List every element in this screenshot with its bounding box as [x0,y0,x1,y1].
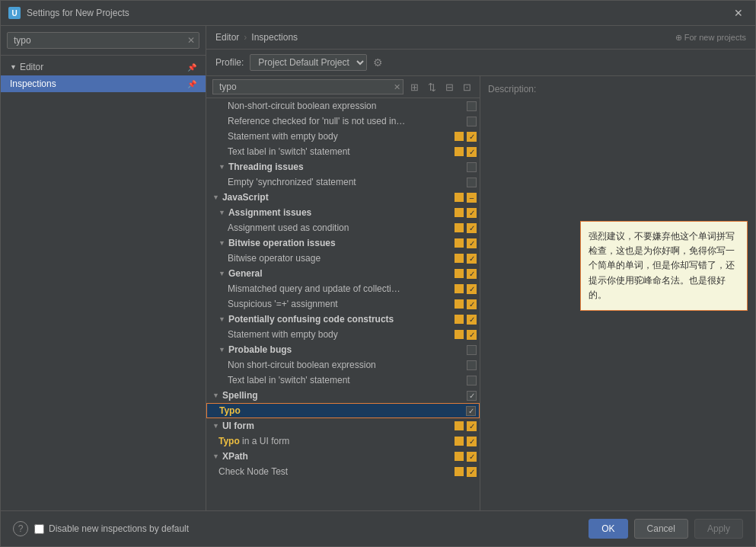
insp-color-box [455,299,464,309]
insp-label: Mismatched query and update of collecti… [228,283,455,294]
insp-checkbox[interactable] [467,452,477,462]
sidebar-inspections-pin: 📌 [187,80,196,88]
insp-checkbox[interactable] [467,284,477,294]
table-row[interactable]: Statement with empty body [206,327,480,342]
ok-button[interactable]: OK [589,519,627,539]
table-row[interactable]: ▼ UI form [206,418,480,433]
table-row[interactable]: Suspicious '=+' assignment [206,296,480,312]
group-arrow-icon: ▼ [219,209,225,216]
breadcrumb-editor: Editor [215,32,239,43]
table-row[interactable]: ▼ JavaScript [206,190,480,205]
insp-checkbox[interactable] [467,254,477,264]
sidebar-inspections-label: Inspections [10,78,56,89]
table-row[interactable]: Non-short-circuit boolean expression [206,98,480,114]
sidebar-item-inspections[interactable]: Inspections 📌 [1,75,206,92]
insp-group-label: Assignment issues [228,207,455,218]
insp-label: Reference checked for 'null' is not used… [228,116,467,126]
table-row[interactable]: Text label in 'switch' statement [206,373,480,388]
table-row[interactable]: Reference checked for 'null' is not used… [206,114,480,129]
footer-right: OK Cancel Apply [589,519,743,539]
sidebar-item-editor[interactable]: ▼ Editor 📌 [1,59,206,75]
insp-checkbox[interactable] [467,437,477,446]
table-row[interactable]: Statement with empty body [206,129,480,144]
insp-checkbox[interactable] [467,208,477,218]
inspection-list: ✕ ⊞ ⇅ ⊟ ⊡ Non-short-circuit boolean expr… [206,76,480,510]
table-row[interactable]: ▼ General [206,266,480,281]
close-button[interactable]: ✕ [729,5,748,21]
table-row[interactable]: Mismatched query and update of collecti… [206,281,480,296]
insp-label: Non-short-circuit boolean expression [228,101,467,111]
insp-color-box [455,132,464,141]
list-search-clear-icon[interactable]: ✕ [394,82,400,92]
table-row[interactable]: Empty 'synchronized' statement [206,174,480,190]
insp-checkbox[interactable] [466,406,476,416]
insp-checkbox[interactable] [467,299,477,309]
sort-button[interactable]: ⇅ [426,80,439,94]
table-row[interactable]: Non short-circuit boolean expression [206,357,480,373]
help-button[interactable]: ? [13,521,28,536]
profile-label: Profile: [215,57,244,68]
footer-left: ? Disable new inspections by default [13,521,189,536]
insp-checkbox[interactable] [467,162,477,172]
inspection-scroll[interactable]: Non-short-circuit boolean expression Ref… [206,98,480,510]
list-search-input[interactable] [212,79,404,94]
insp-label: Statement with empty body [228,131,455,142]
insp-color-box [455,238,464,248]
insp-color-box [455,223,464,232]
insp-checkbox[interactable] [467,467,477,477]
insp-checkbox[interactable] [467,376,477,385]
insp-color-box [455,208,464,217]
cancel-button[interactable]: Cancel [634,519,688,539]
insp-checkbox[interactable] [467,178,477,187]
app-icon: U [8,7,21,19]
table-row[interactable]: ▼ XPath [206,449,480,464]
group-arrow-icon: ▼ [219,315,225,323]
expand-button[interactable]: ⊡ [461,80,474,94]
disable-checkbox[interactable] [34,524,44,534]
filter-button[interactable]: ⊞ [408,80,421,94]
group-arrow-icon: ▼ [212,194,219,201]
table-row[interactable]: ▼ Bitwise operation issues [206,235,480,251]
table-row[interactable]: Assignment used as condition [206,220,480,235]
table-row[interactable]: Bitwise operator usage [206,251,480,266]
table-row[interactable]: ▼ Probable bugs [206,342,480,357]
sidebar-search-clear[interactable]: ✕ [187,35,195,46]
table-row[interactable]: ▼ Assignment issues [206,205,480,220]
apply-button[interactable]: Apply [694,519,743,539]
table-row[interactable]: Check Node Test [206,464,480,479]
table-row[interactable]: ▼ Spelling [206,388,480,403]
gear-button[interactable]: ⚙ [373,56,383,69]
collapse-button[interactable]: ⊟ [443,80,456,94]
insp-checkbox[interactable] [467,360,477,370]
insp-group-label: UI form [222,421,455,431]
table-row[interactable]: Text label in 'switch' statement [206,144,480,159]
sidebar-search-input[interactable] [7,32,199,49]
insp-checkbox[interactable] [467,391,477,401]
insp-checkbox[interactable] [467,193,477,203]
sidebar-search-box: ✕ [7,32,199,49]
profile-select[interactable]: Project Default Project [250,54,367,71]
table-row[interactable]: ▼ Potentially confusing code constructs [206,312,480,327]
insp-checkbox[interactable] [467,345,477,355]
insp-group-label: Potentially confusing code constructs [228,314,455,325]
insp-checkbox[interactable] [467,421,477,431]
insp-checkbox[interactable] [467,269,477,279]
table-row[interactable]: Typo in a UI form [206,433,480,449]
insp-color-box [455,421,464,430]
insp-label: Statement with empty body [228,329,455,340]
insp-checkbox[interactable] [467,238,477,248]
insp-checkbox[interactable] [467,330,477,340]
title-bar: U Settings for New Projects ✕ [1,1,755,26]
sidebar-editor-label: Editor [20,62,43,72]
list-search: ✕ [212,79,404,94]
tooltip-text: 强烈建议，不要嫌弃他这个单词拼写检查，这也是为你好啊，免得你写一个简单的单词，但… [589,231,735,300]
insp-checkbox[interactable] [467,315,477,325]
insp-checkbox[interactable] [467,147,477,157]
insp-checkbox[interactable] [467,132,477,142]
insp-checkbox[interactable] [467,223,477,233]
table-row[interactable]: ▼ Threading issues [206,159,480,174]
insp-checkbox[interactable] [467,101,477,111]
insp-checkbox[interactable] [467,117,477,126]
table-row[interactable]: Typo [206,403,480,418]
insp-group-label: Threading issues [228,162,467,172]
